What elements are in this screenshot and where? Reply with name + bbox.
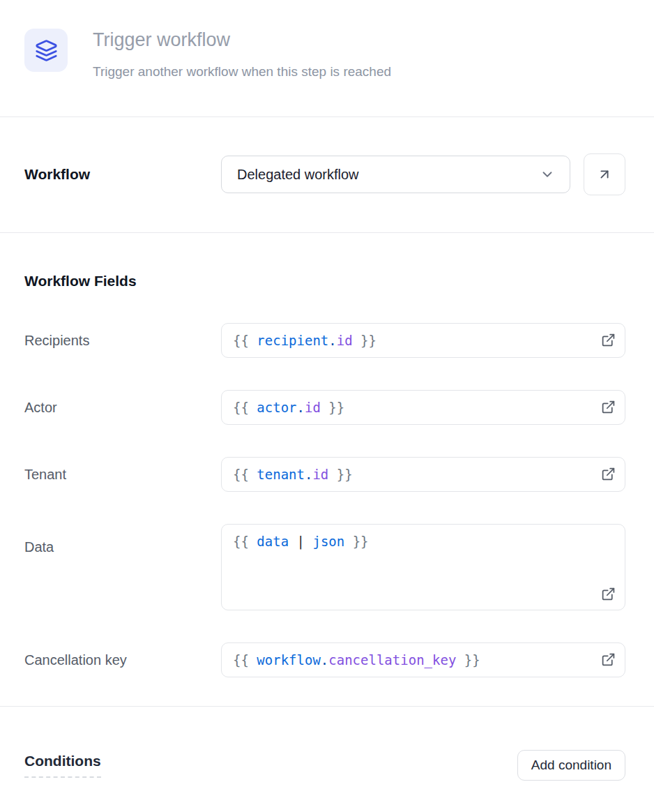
workflow-fields-list: Recipients{{ recipient.id }} Actor{{ act… xyxy=(24,323,625,677)
layers-icon xyxy=(35,39,58,62)
step-icon-box xyxy=(24,29,68,72)
trigger-workflow-panel: Trigger workflow Trigger another workflo… xyxy=(0,0,654,781)
liquid-input-data[interactable]: {{ data | json }} xyxy=(221,524,625,610)
workflow-fields-section: Workflow Fields Recipients{{ recipient.i… xyxy=(0,273,654,706)
step-subtitle: Trigger another workflow when this step … xyxy=(93,63,391,80)
liquid-input-tenant[interactable]: {{ tenant.id }} xyxy=(221,457,625,492)
arrow-up-right-icon xyxy=(597,167,612,182)
add-condition-button[interactable]: Add condition xyxy=(517,750,625,781)
workflow-select-row: Workflow Delegated workflow xyxy=(0,117,654,232)
chevron-down-icon xyxy=(540,167,555,182)
step-title[interactable]: Trigger workflow xyxy=(93,29,391,52)
external-link-icon[interactable] xyxy=(601,587,616,601)
liquid-template-value: {{ tenant.id }} xyxy=(233,467,353,482)
step-header: Trigger workflow Trigger another workflo… xyxy=(0,0,654,116)
field-label-cancellation-key: Cancellation key xyxy=(24,652,221,668)
workflow-select[interactable]: Delegated workflow xyxy=(221,156,570,193)
field-row-cancellation-key: Cancellation key{{ workflow.cancellation… xyxy=(24,642,625,677)
field-row-recipients: Recipients{{ recipient.id }} xyxy=(24,323,625,358)
field-label-data: Data xyxy=(24,539,221,555)
field-row-data: Data{{ data | json }} xyxy=(24,524,625,610)
divider xyxy=(0,232,654,233)
liquid-template-value: {{ workflow.cancellation_key }} xyxy=(233,652,480,668)
conditions-heading: Conditions xyxy=(24,753,101,778)
workflow-select-value: Delegated workflow xyxy=(237,167,359,183)
liquid-input-actor[interactable]: {{ actor.id }} xyxy=(221,390,625,425)
liquid-template-value: {{ actor.id }} xyxy=(233,400,344,415)
workflow-label: Workflow xyxy=(24,166,221,183)
open-workflow-button[interactable] xyxy=(584,153,625,195)
liquid-input-cancellation-key[interactable]: {{ workflow.cancellation_key }} xyxy=(221,642,625,677)
field-label-actor: Actor xyxy=(24,400,221,416)
liquid-template-value: {{ data | json }} xyxy=(233,534,369,549)
external-link-icon[interactable] xyxy=(601,400,616,414)
step-heading-group: Trigger workflow Trigger another workflo… xyxy=(93,29,391,80)
conditions-section: Conditions Add condition xyxy=(0,707,654,781)
external-link-icon[interactable] xyxy=(601,652,616,667)
external-link-icon[interactable] xyxy=(601,333,616,347)
field-label-tenant: Tenant xyxy=(24,467,221,483)
field-row-tenant: Tenant{{ tenant.id }} xyxy=(24,457,625,492)
workflow-fields-heading: Workflow Fields xyxy=(24,273,625,290)
external-link-icon[interactable] xyxy=(601,467,616,481)
liquid-input-recipients[interactable]: {{ recipient.id }} xyxy=(221,323,625,358)
field-row-actor: Actor{{ actor.id }} xyxy=(24,390,625,425)
field-label-recipients: Recipients xyxy=(24,333,221,349)
liquid-template-value: {{ recipient.id }} xyxy=(233,333,377,348)
